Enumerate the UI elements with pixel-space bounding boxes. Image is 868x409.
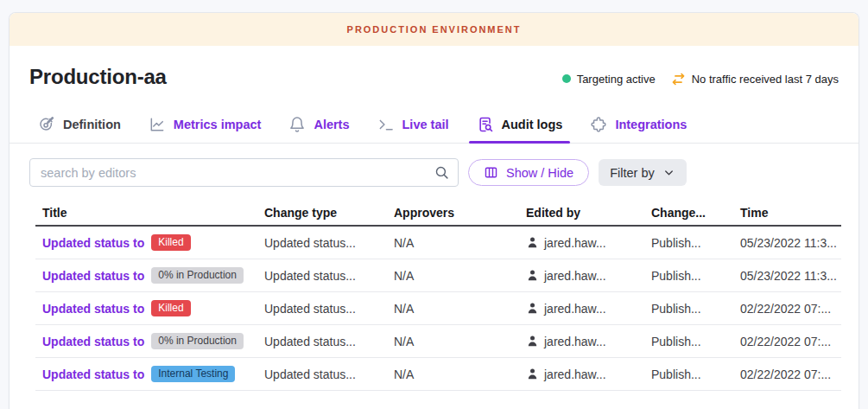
bell-icon [288, 116, 306, 133]
tab-live-tail[interactable]: Live tail [377, 106, 449, 143]
time-cell: 05/23/2022 11:3... [733, 236, 841, 250]
column-header-title: Title [35, 206, 257, 220]
status-badge: 0% in Production [151, 333, 244, 349]
column-header-change-type: Change type [257, 206, 387, 220]
tab-live-tail-label: Live tail [402, 118, 449, 131]
change-cell: Publish... [644, 335, 733, 348]
column-header-approvers: Approvers [387, 206, 519, 220]
edited-by-cell: jared.haw... [519, 302, 644, 316]
target-pen-icon [38, 116, 55, 133]
person-icon [526, 236, 539, 249]
status-badge: 0% in Production [151, 267, 244, 284]
search-icon [434, 165, 449, 180]
change-cell: Publish... [644, 236, 733, 250]
green-dot-icon [562, 74, 571, 83]
search-input[interactable] [29, 158, 459, 187]
table-row[interactable]: Updated status to Internal Testing Updat… [35, 358, 841, 391]
columns-icon [484, 165, 498, 180]
person-icon [526, 269, 539, 282]
table-row[interactable]: Updated status to 0% in Production Updat… [35, 325, 841, 358]
audit-entry-link[interactable]: Updated status to [42, 335, 144, 348]
show-hide-button[interactable]: Show / Hide [468, 159, 589, 186]
page-title: Production-aa [29, 65, 167, 89]
approvers-cell: N/A [387, 367, 519, 381]
tab-audit-logs[interactable]: Audit logs [477, 106, 563, 143]
edited-by-cell: jared.haw... [519, 236, 644, 250]
tab-definition-label: Definition [63, 118, 121, 131]
document-search-icon [477, 116, 494, 133]
status-badge: Killed [151, 234, 190, 251]
puzzle-icon [590, 116, 607, 133]
tab-metrics-impact[interactable]: Metrics impact [149, 106, 262, 143]
filter-by-button[interactable]: Filter by [599, 159, 687, 186]
change-cell: Publish... [644, 302, 733, 316]
audit-entry-link[interactable]: Updated status to [42, 302, 144, 316]
tab-integrations[interactable]: Integrations [590, 106, 687, 143]
show-hide-label: Show / Hide [506, 166, 573, 180]
search-box [29, 158, 459, 187]
change-type-cell: Updated status... [257, 335, 387, 348]
approvers-cell: N/A [387, 269, 519, 283]
change-cell: Publish... [644, 269, 733, 283]
page-header: Production-aa Targeting active No traffi… [10, 46, 858, 89]
audit-entry-link[interactable]: Updated status to [42, 269, 144, 283]
change-type-cell: Updated status... [257, 236, 387, 250]
tab-bar: Definition Metrics impact Alerts Live ta… [10, 106, 858, 144]
traffic-status-label: No traffic received last 7 days [692, 73, 839, 86]
terminal-icon [377, 116, 395, 133]
swap-arrows-icon [671, 72, 686, 86]
table-row[interactable]: Updated status to Killed Updated status.… [35, 292, 841, 325]
tab-audit-logs-label: Audit logs [502, 118, 563, 131]
status-badge: Killed [151, 300, 190, 316]
tab-alerts[interactable]: Alerts [288, 106, 349, 143]
audit-log-table: Title Change type Approvers Edited by Ch… [35, 200, 841, 391]
toolbar: Show / Hide Filter by [10, 158, 858, 187]
chevron-down-icon [662, 166, 675, 179]
approvers-cell: N/A [387, 302, 519, 316]
audit-entry-link[interactable]: Updated status to [42, 367, 144, 381]
change-type-cell: Updated status... [257, 302, 387, 316]
column-header-edited-by: Edited by [519, 206, 644, 220]
person-icon [526, 302, 539, 315]
tab-alerts-label: Alerts [314, 118, 349, 131]
edited-by-cell: jared.haw... [519, 269, 644, 283]
column-header-time: Time [733, 206, 841, 220]
status-group: Targeting active No traffic received las… [562, 68, 839, 86]
audit-entry-link[interactable]: Updated status to [42, 236, 144, 250]
person-icon [526, 335, 539, 348]
time-cell: 02/22/2022 07:... [733, 335, 841, 348]
change-type-cell: Updated status... [257, 269, 387, 283]
feature-flag-card: PRODUCTION ENVIRONMENT Production-aa Tar… [9, 12, 859, 409]
environment-banner-label: PRODUCTION ENVIRONMENT [347, 24, 522, 35]
person-icon [526, 367, 539, 380]
table-row[interactable]: Updated status to Killed Updated status.… [35, 227, 841, 259]
tab-definition[interactable]: Definition [38, 106, 121, 143]
approvers-cell: N/A [387, 236, 519, 250]
time-cell: 05/23/2022 11:3... [733, 269, 841, 283]
column-header-change: Change... [644, 206, 733, 220]
environment-banner: PRODUCTION ENVIRONMENT [10, 13, 858, 46]
line-chart-icon [149, 116, 166, 133]
tab-metrics-impact-label: Metrics impact [174, 118, 262, 131]
filter-by-label: Filter by [610, 166, 655, 180]
time-cell: 02/22/2022 07:... [733, 302, 841, 316]
tab-integrations-label: Integrations [615, 118, 687, 131]
change-cell: Publish... [644, 367, 733, 381]
table-row[interactable]: Updated status to 0% in Production Updat… [35, 259, 841, 292]
edited-by-cell: jared.haw... [519, 367, 644, 381]
traffic-status: No traffic received last 7 days [671, 72, 839, 86]
targeting-status: Targeting active [562, 73, 656, 86]
targeting-status-label: Targeting active [577, 73, 656, 86]
approvers-cell: N/A [387, 335, 519, 348]
table-header-row: Title Change type Approvers Edited by Ch… [35, 200, 841, 227]
status-badge: Internal Testing [151, 366, 235, 382]
time-cell: 02/22/2022 07:... [733, 367, 841, 381]
change-type-cell: Updated status... [257, 367, 387, 381]
edited-by-cell: jared.haw... [519, 335, 644, 348]
